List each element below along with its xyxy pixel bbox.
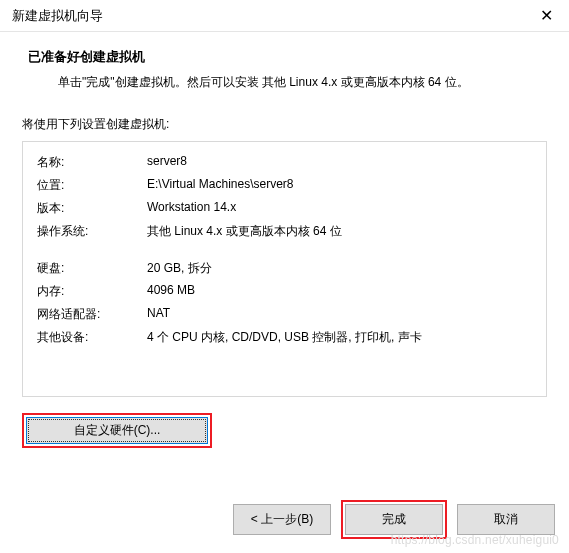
summary-value: E:\Virtual Machines\server8 xyxy=(147,177,532,194)
summary-value: 4096 MB xyxy=(147,283,532,300)
summary-row: 名称:server8 xyxy=(37,154,532,171)
summary-row: 网络适配器:NAT xyxy=(37,306,532,323)
customize-hardware-wrap: 自定义硬件(C)... xyxy=(22,413,547,448)
window-title: 新建虚拟机向导 xyxy=(12,7,103,25)
summary-value: Workstation 14.x xyxy=(147,200,532,217)
summary-value: server8 xyxy=(147,154,532,171)
summary-row: 其他设备:4 个 CPU 内核, CD/DVD, USB 控制器, 打印机, 声… xyxy=(37,329,532,346)
finish-button[interactable]: 完成 xyxy=(345,504,443,535)
summary-row: 操作系统:其他 Linux 4.x 或更高版本内核 64 位 xyxy=(37,223,532,240)
annotation-highlight: 自定义硬件(C)... xyxy=(22,413,212,448)
summary-label: 版本: xyxy=(37,200,147,217)
summary-label: 硬盘: xyxy=(37,260,147,277)
summary-value: 4 个 CPU 内核, CD/DVD, USB 控制器, 打印机, 声卡 xyxy=(147,329,532,346)
close-icon[interactable]: ✕ xyxy=(534,6,559,25)
summary-label: 网络适配器: xyxy=(37,306,147,323)
wizard-footer: < 上一步(B) 完成 取消 xyxy=(233,500,555,539)
summary-value: 20 GB, 拆分 xyxy=(147,260,532,277)
header-title: 已准备好创建虚拟机 xyxy=(28,48,541,66)
summary-row: 硬盘:20 GB, 拆分 xyxy=(37,260,532,277)
annotation-highlight: 完成 xyxy=(341,500,447,539)
summary-label: 名称: xyxy=(37,154,147,171)
summary-row: 位置:E:\Virtual Machines\server8 xyxy=(37,177,532,194)
cancel-button[interactable]: 取消 xyxy=(457,504,555,535)
customize-hardware-button[interactable]: 自定义硬件(C)... xyxy=(26,417,208,444)
settings-section-label: 将使用下列设置创建虚拟机: xyxy=(0,106,569,141)
titlebar: 新建虚拟机向导 ✕ xyxy=(0,0,569,32)
back-button[interactable]: < 上一步(B) xyxy=(233,504,331,535)
summary-value: 其他 Linux 4.x 或更高版本内核 64 位 xyxy=(147,223,532,240)
summary-row: 版本:Workstation 14.x xyxy=(37,200,532,217)
summary-label: 其他设备: xyxy=(37,329,147,346)
header-description: 单击"完成"创建虚拟机。然后可以安装 其他 Linux 4.x 或更高版本内核 … xyxy=(28,72,541,92)
summary-value: NAT xyxy=(147,306,532,323)
wizard-header: 已准备好创建虚拟机 单击"完成"创建虚拟机。然后可以安装 其他 Linux 4.… xyxy=(0,32,569,106)
settings-summary-box: 名称:server8位置:E:\Virtual Machines\server8… xyxy=(22,141,547,397)
summary-label: 位置: xyxy=(37,177,147,194)
summary-row: 内存:4096 MB xyxy=(37,283,532,300)
summary-label: 操作系统: xyxy=(37,223,147,240)
summary-label: 内存: xyxy=(37,283,147,300)
